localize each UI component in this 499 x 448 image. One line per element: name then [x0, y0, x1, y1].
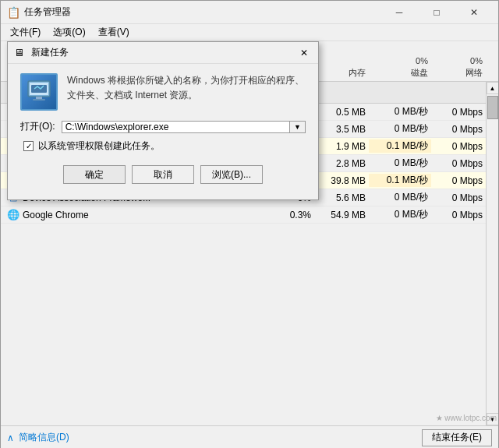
dialog-info-text: Windows 将根据你所键入的名称，为你打开相应的程序、文件夹、文档或 Int…: [67, 73, 306, 103]
proc-disk: 0.1 MB/秒: [369, 139, 431, 153]
admin-checkbox-label: 以系统管理权限创建此任务。: [38, 139, 160, 153]
dialog-open-row: 打开(O): ▼: [20, 120, 306, 133]
dialog-title-icon: 🖥: [14, 47, 27, 59]
dialog-title-text: 新建任务: [31, 46, 296, 59]
proc-network: 0 Mbps: [431, 141, 486, 152]
proc-memory: 0.5 MB: [314, 107, 369, 118]
window-title: 任务管理器: [24, 5, 381, 19]
proc-disk: 0 MB/秒: [369, 157, 431, 170]
scroll-thumb[interactable]: [487, 96, 498, 119]
table-row[interactable]: 🌐 Google Chrome 0.3% 54.9 MB 0 MB/秒 0 Mb…: [1, 206, 498, 224]
watermark: ★ www.lotpc.com: [436, 414, 497, 422]
combo-dropdown-arrow[interactable]: ▼: [289, 122, 305, 132]
svg-rect-3: [33, 99, 45, 101]
proc-memory: 1.9 MB: [314, 141, 369, 152]
proc-name-text: Google Chrome: [23, 210, 89, 220]
proc-memory: 3.5 MB: [314, 124, 369, 135]
proc-network: 0 Mbps: [431, 124, 486, 135]
proc-network: 0 Mbps: [431, 158, 486, 169]
dialog-info-row: Windows 将根据你所键入的名称，为你打开相应的程序、文件夹、文档或 Int…: [20, 73, 306, 111]
proc-network: 0 Mbps: [431, 175, 486, 186]
dialog-buttons: 确定 取消 浏览(B)...: [20, 165, 306, 190]
dialog-open-input[interactable]: [62, 122, 289, 132]
scroll-track: [487, 94, 498, 413]
taskmanager-window: 📋 任务管理器 ─ □ ✕ 文件(F) 选项(O) 查看(V) 名称 7%CPU…: [0, 0, 499, 448]
scrollbar[interactable]: ▲ ▼: [486, 82, 498, 425]
dialog-close-button[interactable]: ✕: [296, 45, 312, 61]
summary-info-button[interactable]: ∧ 简略信息(D): [7, 431, 69, 444]
proc-memory: 39.8 MB: [314, 175, 369, 186]
close-button[interactable]: ✕: [456, 2, 492, 23]
dialog-browse-button[interactable]: 浏览(B)...: [200, 165, 263, 184]
dialog-title-bar: 🖥 新建任务 ✕: [8, 42, 318, 64]
proc-disk: 0 MB/秒: [369, 122, 431, 136]
dialog-open-label: 打开(O):: [20, 120, 55, 133]
scroll-up-arrow[interactable]: ▲: [487, 82, 499, 94]
col-memory: 内存: [314, 67, 369, 78]
dialog-cancel-button[interactable]: 取消: [132, 165, 194, 184]
admin-checkbox[interactable]: ✓: [23, 141, 34, 151]
menu-bar: 文件(F) 选项(O) 查看(V): [1, 24, 498, 41]
col-disk: 0%磁盘: [369, 55, 431, 78]
bottom-bar: ∧ 简略信息(D) 结束任务(E): [1, 425, 498, 448]
proc-name: 🌐 Google Chrome: [1, 209, 267, 221]
end-task-button[interactable]: 结束任务(E): [422, 429, 492, 446]
menu-view[interactable]: 查看(V): [92, 24, 136, 41]
dialog-checkbox-row: ✓ 以系统管理权限创建此任务。: [20, 139, 306, 153]
star-icon: ★: [436, 414, 443, 422]
proc-network: 0 Mbps: [431, 107, 486, 118]
dialog-body: Windows 将根据你所键入的名称，为你打开相应的程序、文件夹、文档或 Int…: [8, 64, 318, 199]
watermark-text: www.lotpc.com: [444, 414, 497, 422]
summary-label[interactable]: 简略信息(D): [19, 431, 69, 444]
svg-rect-4: [31, 85, 47, 93]
menu-file[interactable]: 文件(F): [4, 24, 47, 41]
proc-memory: 54.9 MB: [314, 210, 369, 220]
proc-network: 0 Mbps: [431, 192, 486, 203]
menu-options[interactable]: 选项(O): [47, 24, 91, 41]
title-bar-buttons: ─ □ ✕: [381, 2, 492, 23]
taskmanager-icon: 📋: [7, 6, 19, 19]
dialog-info-icon: [20, 73, 58, 111]
proc-disk: 0 MB/秒: [369, 191, 431, 204]
proc-cpu: 0.3%: [267, 210, 314, 220]
minimize-button[interactable]: ─: [381, 2, 417, 23]
proc-network: 0 Mbps: [431, 210, 486, 220]
maximize-button[interactable]: □: [419, 2, 455, 23]
proc-disk: 0.1 MB/秒: [369, 174, 431, 187]
dialog-open-combo[interactable]: ▼: [62, 121, 306, 133]
proc-disk: 0 MB/秒: [369, 105, 431, 118]
col-network: 0%网络: [431, 55, 486, 78]
proc-icon: 🌐: [7, 209, 19, 221]
computer-svg-icon: [25, 78, 53, 106]
dialog-ok-button[interactable]: 确定: [63, 165, 126, 184]
chevron-up-icon: ∧: [7, 432, 14, 443]
title-bar: 📋 任务管理器 ─ □ ✕: [1, 1, 498, 24]
new-task-dialog: 🖥 新建任务 ✕ Windows 将根据你所键入的名称，为你: [7, 41, 319, 200]
proc-memory: 2.8 MB: [314, 158, 369, 169]
proc-memory: 5.6 MB: [314, 192, 369, 203]
proc-disk: 0 MB/秒: [369, 208, 431, 221]
